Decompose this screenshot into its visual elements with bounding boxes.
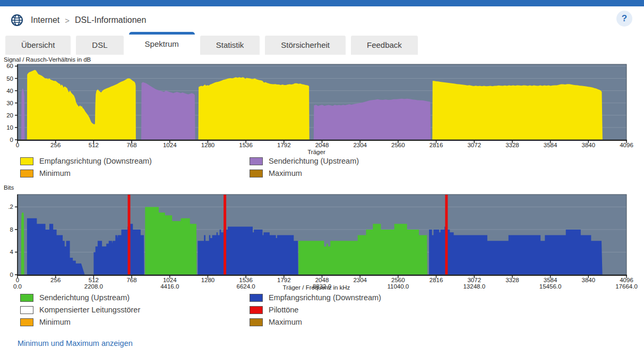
legend-item-maximum: Maximum [250,169,644,177]
top-accent-bar [0,0,644,6]
legend-item-minimum: Minimum [20,169,250,177]
bits-legend: Senderichtung (Upstream) Kompensierter L… [20,293,644,326]
legend-item-downstream: Empfangsrichtung (Downstream) [20,157,250,165]
svg-text:768: 768 [126,277,136,283]
tab-stoersicherheit[interactable]: Störsicherheit [265,36,346,55]
upstream-swatch [20,294,33,302]
svg-text:3840: 3840 [582,277,596,283]
legend-label: Maximum [269,318,302,326]
svg-text:3328: 3328 [505,142,519,148]
svg-text:768: 768 [126,142,136,148]
svg-text:Bits: Bits [4,184,14,191]
tab-spektrum[interactable]: Spektrum [129,32,195,55]
tab-bar: Übersicht DSL Spektrum Statistik Störsic… [0,32,644,55]
svg-text:1792: 1792 [277,277,291,283]
minimum-swatch [20,318,33,326]
spektrum-content: 0102030405060025651276810241280153617922… [0,55,644,348]
svg-text:256: 256 [50,277,61,283]
svg-text:0.0: 0.0 [13,283,22,290]
svg-text:1280: 1280 [201,277,215,283]
page-title: DSL-Informationen [75,15,146,25]
svg-text:3584: 3584 [544,142,557,148]
breadcrumb: Internet > DSL-Informationen ? [0,6,644,32]
svg-text:13248.0: 13248.0 [463,283,485,290]
svg-text:6624.0: 6624.0 [237,283,255,290]
svg-text:4096: 4096 [620,142,633,148]
legend-label: Senderichtung (Upstream) [269,157,359,165]
svg-text:2560: 2560 [391,277,405,283]
svg-text:4096: 4096 [620,277,633,283]
svg-text:Träger: Träger [307,149,325,155]
legend-label: Minimum [39,169,71,177]
svg-text:1024: 1024 [163,142,177,148]
svg-text:50: 50 [6,75,13,82]
legend-label: Senderichtung (Upstream) [39,293,130,302]
downstream-swatch [250,294,263,302]
svg-text:0: 0 [10,137,13,143]
svg-text:3328: 3328 [505,277,519,283]
pilottoene-swatch [250,306,263,314]
legend-label: Empfangsrichtung (Downstream) [39,157,152,165]
legend-label: Maximum [269,169,302,177]
help-button[interactable]: ? [616,11,632,27]
breadcrumb-section[interactable]: Internet [31,15,59,25]
svg-text:30: 30 [6,100,13,106]
svg-text:0: 0 [16,277,19,283]
bits-chart: 048.202565127681024128015361792204823042… [0,183,644,292]
svg-text:3072: 3072 [467,277,481,283]
svg-text:10: 10 [6,124,13,131]
legend-item-pilottoene: Pilottöne [250,306,644,314]
svg-text:2560: 2560 [391,142,405,148]
svg-text:Signal / Rausch-Verhältnis in: Signal / Rausch-Verhältnis in dB [4,56,91,63]
tab-dsl[interactable]: DSL [76,36,123,55]
svg-text:2048: 2048 [315,277,329,283]
downstream-swatch [20,157,33,165]
tab-statistik[interactable]: Statistik [200,36,260,55]
svg-text:2048: 2048 [315,142,329,148]
svg-text:11040.0: 11040.0 [388,283,409,290]
snr-chart: 0102030405060025651276810241280153617922… [0,55,644,156]
svg-text:40: 40 [6,88,13,94]
svg-text:0: 0 [10,272,13,278]
svg-text:1536: 1536 [239,142,253,148]
tab-feedback[interactable]: Feedback [351,36,418,55]
svg-text:Träger / Frequenz in kHz: Träger / Frequenz in kHz [283,284,350,291]
legend-item-downstream: Empfangsrichtung (Downstream) [250,293,644,302]
kompensierter-swatch [20,306,33,314]
svg-text:0: 0 [16,142,19,148]
svg-text:1280: 1280 [201,142,215,148]
svg-text:15456.0: 15456.0 [539,283,562,290]
legend-label: Pilottöne [269,306,298,314]
legend-label: Minimum [39,318,71,326]
chevron-right-icon: > [65,16,70,25]
svg-text:60: 60 [6,63,13,69]
svg-text:20: 20 [6,112,13,118]
svg-text:1024: 1024 [163,277,177,283]
dsl-informationen-page: Internet > DSL-Informationen ? Übersicht… [0,0,644,364]
legend-label: Empfangsrichtung (Downstream) [269,293,381,302]
svg-text:3584: 3584 [544,277,557,283]
svg-text:3072: 3072 [467,142,481,148]
svg-text:2304: 2304 [353,142,367,148]
svg-text:512: 512 [89,277,99,283]
svg-text:256: 256 [50,142,61,148]
minimum-swatch [20,170,33,177]
upstream-swatch [250,157,263,165]
svg-text:2208.0: 2208.0 [84,283,103,290]
svg-text:3840: 3840 [582,142,596,148]
svg-text:2816: 2816 [430,277,443,283]
svg-text:1536: 1536 [239,277,253,283]
svg-text:4416.0: 4416.0 [160,283,179,290]
svg-text:1792: 1792 [277,142,291,148]
snr-legend: Empfangsrichtung (Downstream) Minimum Se… [20,157,644,177]
maximum-swatch [250,170,263,177]
legend-item-kompensierter: Kompensierter Leitungsstörer [20,306,250,314]
minimum-maximum-link[interactable]: Minimum und Maximum anzeigen [18,339,133,348]
legend-item-upstream: Senderichtung (Upstream) [250,157,644,165]
globe-icon [11,14,23,27]
maximum-swatch [250,318,263,326]
tab-uebersicht[interactable]: Übersicht [5,36,71,55]
legend-label: Kompensierter Leitungsstörer [39,306,140,314]
legend-item-upstream: Senderichtung (Upstream) [20,293,250,302]
svg-text:2304: 2304 [353,277,367,283]
